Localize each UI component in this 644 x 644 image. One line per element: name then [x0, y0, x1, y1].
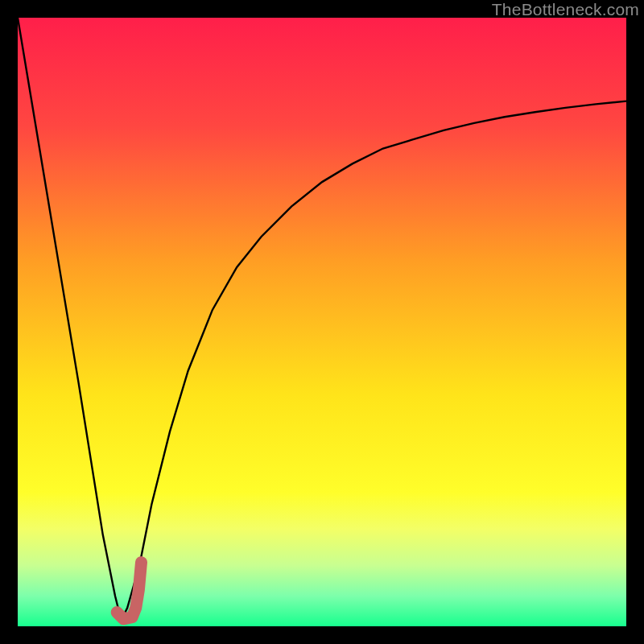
watermark-text: TheBottleneck.com [492, 0, 639, 19]
plot-area [18, 18, 626, 626]
bottleneck-curve-path [18, 18, 626, 620]
curve-layer [18, 18, 626, 626]
outer-frame: TheBottleneck.com [0, 0, 644, 644]
highlight-marker [117, 563, 141, 619]
